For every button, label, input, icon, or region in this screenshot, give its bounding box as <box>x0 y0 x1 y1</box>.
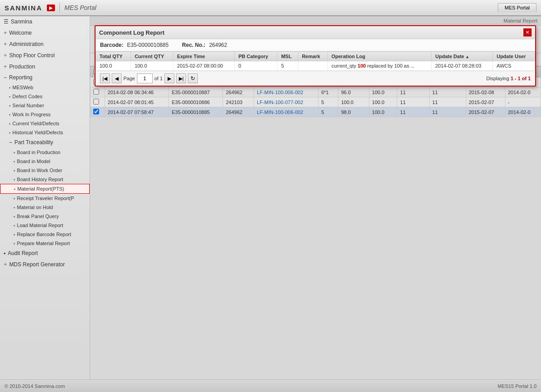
page-icon-boardhistory: ▪ <box>14 177 15 182</box>
bottombar: © 2010-2014 Sanmina.com MES15 Portal 1.0 <box>0 379 541 392</box>
sidebar-production-label: Production <box>9 64 35 70</box>
version-text: MES15 Portal 1.0 <box>498 383 536 389</box>
sidebar-item-shopfloor[interactable]: + Shop Floor Control <box>0 50 90 61</box>
page-icon-serialnumber: ▪ <box>9 103 11 108</box>
modal-cell-0: 100.0 <box>96 61 131 71</box>
modal-table: Total QTYCurrent QTYExpire TimePB Catego… <box>95 51 535 71</box>
sidebar-item-receiptreport[interactable]: ▪ Receipt Traveler Report(P <box>0 194 90 203</box>
brand-logo: ▶ <box>47 5 55 11</box>
sidebar-item-materialonhold[interactable]: ▪ Material on Hold <box>0 203 90 212</box>
sidebar-boardhistory-label: Board History Report <box>17 177 64 182</box>
sidebar-replacebarcode-label: Replace Barcode Report <box>17 232 71 237</box>
sidebar-boardinproduction-label: Board in Production <box>17 150 61 155</box>
sidebar-item-reporting[interactable]: − Reporting <box>0 72 90 83</box>
sidebar-receiptreport-label: Receipt Traveler Report(P <box>17 196 74 201</box>
sidebar-item-parttraceability[interactable]: − Part Traceability <box>0 137 90 148</box>
sidebar-item-historicalyield[interactable]: ▪ Historical Yield/Defects <box>0 128 90 137</box>
main-layout: ☰ Sanmina + Welcome + Administration + S… <box>0 16 541 379</box>
grid-icon: ☰ <box>4 18 9 25</box>
modal-header-operation-log: Operation Log <box>327 52 432 61</box>
sidebar-item-replacebarcode[interactable]: ▪ Replace Barcode Report <box>0 230 90 239</box>
sidebar-shopfloor-label: Shop Floor Control <box>9 52 55 59</box>
modal-header-expire-time: Expire Time <box>173 52 235 61</box>
modal-barcode-label: Barcode: <box>100 42 123 48</box>
page-icon-auditreport: ▪ <box>4 250 5 256</box>
plus-icon-shopfloor: + <box>4 52 7 59</box>
modal-header-total-qty: Total QTY <box>96 52 131 61</box>
sidebar-parttraceability-label: Part Traceability <box>14 139 53 146</box>
sidebar-workinprogress-label: Work In Progress <box>13 112 51 117</box>
sidebar-reporting-label: Reporting <box>9 74 32 81</box>
modal-footer: |◀ ◀ Page of 1 ▶ ▶| ↻ Displaying 1 - 1 o… <box>95 71 535 86</box>
modal-cell-3: 0 <box>235 61 277 71</box>
modal-close-button[interactable]: ✕ <box>523 28 532 36</box>
modal-table-row: 100.0100.02015-02-07 08:00:0005current_q… <box>96 61 535 71</box>
refresh-button[interactable]: ↻ <box>188 73 198 83</box>
modal-header-remark: Remark <box>298 52 328 61</box>
sidebar-mdsreport-label: MDS Report Generator <box>9 261 65 268</box>
sidebar-item-loadmaterial[interactable]: ▪ Load Material Report <box>0 221 90 230</box>
sidebar-item-administration[interactable]: + Administration <box>0 38 90 50</box>
sidebar-welcome-label: Welcome <box>9 30 32 36</box>
prev-page-button[interactable]: ◀ <box>112 73 122 83</box>
sidebar-item-production[interactable]: + Production <box>0 61 90 72</box>
sidebar: ☰ Sanmina + Welcome + Administration + S… <box>0 16 90 379</box>
page-icon-preparematerial: ▪ <box>14 241 15 246</box>
sidebar-sanmina-label: Sanmina <box>11 18 32 25</box>
modal-barcode-value: E35-0000010885 <box>127 42 168 48</box>
plus-icon-welcome: + <box>4 29 7 36</box>
portal-tab-button[interactable]: MES Portal <box>498 3 536 12</box>
sidebar-serialnumber-label: Serial Number <box>13 103 44 108</box>
next-page-button[interactable]: ▶ <box>164 73 174 83</box>
sidebar-materialreport-label: Material Report(PTS) <box>18 186 64 191</box>
sidebar-item-preparematerial[interactable]: ▪ Prepare Material Report <box>0 239 90 248</box>
portal-title: MES Portal <box>64 4 96 11</box>
sidebar-item-boardinmodel[interactable]: ▪ Board in Model <box>0 157 90 166</box>
sidebar-breakpanel-label: Break Panel Query <box>17 214 59 219</box>
plus-icon-mds: + <box>4 261 7 268</box>
page-input[interactable] <box>137 73 153 83</box>
sidebar-defectcodes-label: Defect Codes <box>13 94 43 99</box>
sidebar-item-boardinworkorder[interactable]: ▪ Board in Work Order <box>0 166 90 175</box>
sidebar-administration-label: Administration <box>9 41 44 47</box>
minus-icon-parttraceability: − <box>9 139 12 146</box>
sidebar-auditreport-label: Audit Report <box>8 250 38 256</box>
last-page-button[interactable]: ▶| <box>176 73 186 83</box>
sidebar-item-sanmina[interactable]: ☰ Sanmina <box>0 16 90 27</box>
displaying-range: 1 - 1 of 1 <box>510 76 531 81</box>
plus-icon-admin: + <box>4 41 7 47</box>
sidebar-item-welcome[interactable]: + Welcome <box>0 27 90 38</box>
modal-header-current-qty: Current QTY <box>131 52 173 61</box>
modal-overlay: Component Log Report ✕ Barcode: E35-0000… <box>90 16 541 379</box>
modal-header-update-user: Update User <box>493 52 535 61</box>
page-icon-currentyield: ▪ <box>9 121 11 126</box>
brand-name: SANMINA <box>5 4 42 12</box>
sidebar-item-auditreport[interactable]: ▪ Audit Report <box>0 248 90 259</box>
page-icon-workinprogress: ▪ <box>9 112 11 117</box>
content-area: Material Report Search By: Create Time S… <box>90 16 541 379</box>
sidebar-boardinmodel-label: Board in Model <box>17 159 50 164</box>
sidebar-item-defectcodes[interactable]: ▪ Defect Codes <box>0 92 90 101</box>
sidebar-item-mesweb[interactable]: ▪ MESWeb <box>0 83 90 92</box>
copyright-text: © 2010-2014 Sanmina.com <box>5 383 65 389</box>
sidebar-item-currentyield[interactable]: ▪ Current Yield/Defects <box>0 119 90 128</box>
first-page-button[interactable]: |◀ <box>100 73 110 83</box>
sidebar-mesweb-label: MESWeb <box>13 85 33 90</box>
minus-icon-reporting: − <box>4 74 7 81</box>
displaying-text: Displaying 1 - 1 of 1 <box>486 76 531 81</box>
page-icon-boardinproduction: ▪ <box>14 150 15 155</box>
sidebar-loadmaterial-label: Load Material Report <box>17 223 64 228</box>
modal-cell-5 <box>298 61 328 71</box>
sidebar-item-mdsreport[interactable]: + MDS Report Generator <box>0 259 90 270</box>
sidebar-item-workinprogress[interactable]: ▪ Work In Progress <box>0 110 90 119</box>
sidebar-item-serialnumber[interactable]: ▪ Serial Number <box>0 101 90 110</box>
topbar-divider <box>59 3 60 13</box>
sidebar-item-boardhistory[interactable]: ▪ Board History Report <box>0 175 90 184</box>
modal-cell-4: 5 <box>277 61 298 71</box>
page-icon-historicalyield: ▪ <box>9 130 11 135</box>
sidebar-item-materialreport[interactable]: ▪ Material Report(PTS) <box>0 184 90 194</box>
modal-recno-label: Rec. No.: <box>182 42 205 48</box>
sidebar-item-breakpanel[interactable]: ▪ Break Panel Query <box>0 212 90 221</box>
sidebar-item-boardinproduction[interactable]: ▪ Board in Production <box>0 148 90 157</box>
page-icon-loadmaterial: ▪ <box>14 223 15 228</box>
